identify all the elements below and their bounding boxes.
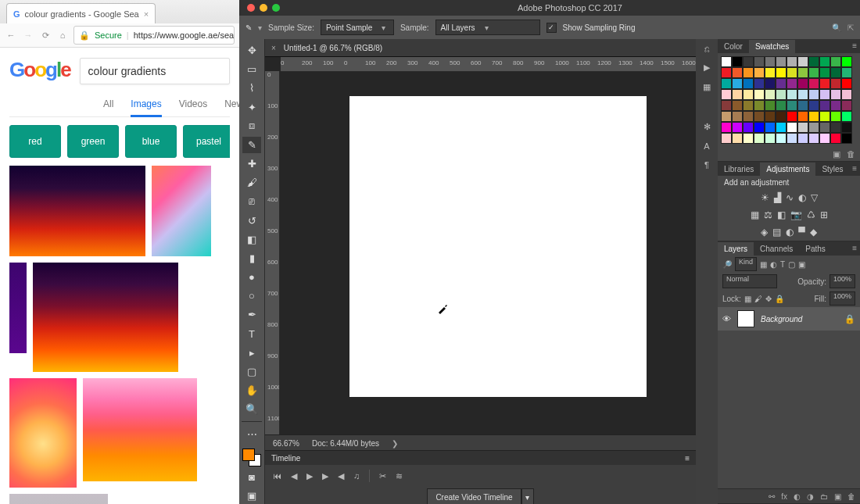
lasso-tool-icon[interactable]: ⌇: [242, 80, 261, 96]
zoom-level[interactable]: 66.67%: [273, 439, 299, 448]
character-panel-icon[interactable]: A: [704, 141, 709, 151]
eyedropper-tool-icon[interactable]: ✎: [242, 137, 261, 153]
swatch[interactable]: [765, 100, 776, 111]
swatch[interactable]: [765, 111, 776, 122]
adjustments-tab[interactable]: Adjustments: [760, 163, 815, 176]
layer-filter-kind[interactable]: Kind: [735, 257, 757, 271]
swatch[interactable]: [841, 56, 852, 67]
fg-bg-swatch[interactable]: [242, 449, 261, 466]
swatch[interactable]: [808, 111, 819, 122]
swatch[interactable]: [776, 78, 787, 89]
edit-toolbar-icon[interactable]: ⋯: [242, 426, 261, 442]
audio-mute-icon[interactable]: ♫: [353, 471, 360, 481]
swatch[interactable]: [743, 89, 754, 100]
trash-icon[interactable]: 🗑: [847, 492, 855, 501]
back-icon[interactable]: ←: [5, 29, 17, 41]
panel-menu-icon[interactable]: ≡: [852, 164, 857, 173]
swatch[interactable]: [754, 133, 765, 144]
swatch[interactable]: [787, 100, 797, 111]
swatch[interactable]: [765, 78, 776, 89]
swatch[interactable]: [797, 133, 808, 144]
swatch[interactable]: [797, 78, 808, 89]
photo-filter-icon[interactable]: 📷: [790, 209, 802, 220]
swatch[interactable]: [721, 89, 732, 100]
swatch[interactable]: [732, 67, 743, 78]
opacity-value[interactable]: 100%: [830, 274, 855, 288]
zoom-tool-icon[interactable]: 🔍: [242, 401, 261, 417]
canvas[interactable]: [349, 96, 647, 397]
brushes-panel-icon[interactable]: ✻: [704, 122, 711, 132]
exposure-icon[interactable]: ◐: [798, 192, 806, 203]
pen-tool-icon[interactable]: ✒: [242, 306, 261, 323]
swatch[interactable]: [721, 133, 732, 144]
create-timeline-dropdown[interactable]: ▾: [521, 488, 534, 504]
filter-shape-icon[interactable]: ▢: [788, 260, 795, 269]
result-thumb[interactable]: [9, 166, 145, 256]
channels-tab[interactable]: Channels: [754, 242, 799, 256]
swatch[interactable]: [819, 78, 830, 89]
search-icon[interactable]: 🔍: [832, 23, 841, 32]
swatch[interactable]: [830, 78, 841, 89]
filter-pixel-icon[interactable]: ▦: [760, 260, 767, 269]
swatch[interactable]: [787, 122, 797, 133]
swatch[interactable]: [830, 67, 841, 78]
swatch[interactable]: [808, 89, 819, 100]
crop-tool-icon[interactable]: ⧈: [242, 118, 261, 134]
filter-type-icon[interactable]: T: [780, 260, 785, 269]
swatch[interactable]: [830, 111, 841, 122]
swatch[interactable]: [808, 100, 819, 111]
vibrance-icon[interactable]: ▽: [811, 192, 818, 203]
eraser-tool-icon[interactable]: ◧: [242, 231, 261, 248]
lock-pos-icon[interactable]: ✥: [765, 295, 772, 303]
swatch[interactable]: [841, 100, 852, 111]
selective-color-icon[interactable]: ◆: [810, 227, 817, 238]
history-panel-icon[interactable]: ⎌: [704, 44, 710, 53]
swatch[interactable]: [754, 56, 765, 67]
swatch[interactable]: [819, 56, 830, 67]
swatch[interactable]: [732, 111, 743, 122]
result-thumb[interactable]: [9, 263, 27, 353]
swatch[interactable]: [841, 67, 852, 78]
gradient-tool-icon[interactable]: ▮: [242, 250, 261, 266]
swatch[interactable]: [787, 89, 797, 100]
swatch[interactable]: [787, 78, 797, 89]
swatch[interactable]: [721, 100, 732, 111]
swatch[interactable]: [808, 133, 819, 144]
lookup-icon[interactable]: ⊞: [820, 209, 828, 220]
transition-icon[interactable]: ≋: [396, 471, 403, 481]
swatch[interactable]: [830, 89, 841, 100]
gradient-map-icon[interactable]: ▀: [798, 227, 805, 238]
result-thumb[interactable]: [152, 166, 211, 256]
swatch[interactable]: [797, 67, 808, 78]
blend-mode-dropdown[interactable]: Normal: [722, 274, 777, 288]
swatch[interactable]: [841, 111, 852, 122]
chip-pastel[interactable]: pastel: [183, 125, 230, 158]
swatch[interactable]: [776, 89, 787, 100]
swatch[interactable]: [743, 122, 754, 133]
dodge-tool-icon[interactable]: ○: [242, 288, 261, 304]
share-icon[interactable]: ⇱: [847, 23, 854, 32]
filter-adj-icon[interactable]: ◐: [770, 260, 777, 269]
healing-tool-icon[interactable]: ✚: [242, 155, 261, 172]
adj-layer-icon[interactable]: ◑: [807, 492, 814, 501]
prev-frame-icon[interactable]: ◀: [291, 471, 297, 481]
curves-icon[interactable]: ∿: [786, 192, 794, 203]
brush-tool-icon[interactable]: 🖌: [242, 174, 261, 191]
search-input[interactable]: [80, 58, 230, 84]
google-logo[interactable]: Google: [9, 58, 70, 82]
close-window-icon[interactable]: [247, 4, 255, 12]
swatch[interactable]: [808, 78, 819, 89]
posterize-icon[interactable]: ▤: [772, 227, 781, 238]
tab-videos[interactable]: Videos: [179, 98, 207, 117]
trash-icon[interactable]: 🗑: [847, 149, 855, 159]
swatch[interactable]: [808, 67, 819, 78]
forward-icon[interactable]: →: [22, 29, 34, 41]
close-icon[interactable]: ×: [144, 9, 149, 19]
path-select-tool-icon[interactable]: ▸: [242, 345, 261, 361]
visibility-icon[interactable]: 👁: [722, 314, 731, 323]
swatch[interactable]: [841, 89, 852, 100]
eyedropper-icon[interactable]: ✎: [245, 23, 252, 32]
swatch[interactable]: [819, 133, 830, 144]
swatches-tab[interactable]: Swatches: [749, 40, 795, 53]
swatch[interactable]: [819, 122, 830, 133]
